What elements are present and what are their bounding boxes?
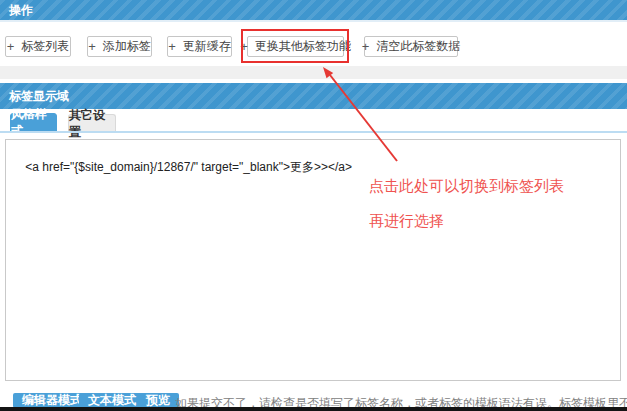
- tag-list-button[interactable]: + 标签列表: [5, 36, 71, 57]
- plus-icon: +: [240, 40, 248, 53]
- annotation-line2: 再进行选择: [369, 212, 444, 231]
- tab-other-settings[interactable]: 其它设置: [68, 114, 116, 132]
- add-tag-button[interactable]: + 添加标签: [87, 36, 152, 57]
- clear-tag-data-button[interactable]: + 清空此标签数据: [364, 36, 458, 57]
- display-area-title: 标签显示域: [9, 88, 69, 105]
- tab-style-label: 风格样式: [11, 106, 56, 140]
- annotation-line1: 点击此处可以切换到标签列表: [369, 177, 564, 196]
- tag-list-label: 标签列表: [21, 38, 69, 55]
- display-area-header: 标签显示域: [0, 83, 627, 109]
- clear-tag-data-label: 清空此标签数据: [376, 38, 460, 55]
- plus-icon: +: [7, 40, 15, 53]
- update-cache-label: 更新缓存: [183, 38, 231, 55]
- add-tag-label: 添加标签: [103, 38, 151, 55]
- section-divider: [0, 66, 627, 79]
- switch-tag-function-button[interactable]: + 更换其他标签功能: [247, 36, 344, 57]
- code-text: <a href="{$site_domain}/12867/" target="…: [25, 160, 352, 174]
- switch-tag-function-label: 更换其他标签功能: [255, 38, 351, 55]
- plus-icon: +: [168, 40, 176, 53]
- tab-other-settings-label: 其它设置: [69, 107, 115, 141]
- code-editor[interactable]: <a href="{$site_domain}/12867/" target="…: [5, 139, 621, 381]
- plus-icon: +: [362, 40, 370, 53]
- operations-header: 操作: [0, 0, 627, 22]
- tab-style[interactable]: 风格样式: [10, 113, 57, 132]
- plus-icon: +: [88, 40, 96, 53]
- text-mode-button[interactable]: 文本模式: [79, 393, 145, 408]
- tag-editor-window: 操作 + 标签列表 + 添加标签 + 更新缓存 + 更换其他标签功能 + 清空此…: [0, 0, 627, 411]
- preview-button[interactable]: 预览: [137, 393, 179, 408]
- operations-title: 操作: [9, 2, 33, 19]
- tab-underline: [0, 131, 627, 133]
- update-cache-button[interactable]: + 更新缓存: [167, 36, 232, 57]
- bottom-edge-bar: [0, 407, 627, 411]
